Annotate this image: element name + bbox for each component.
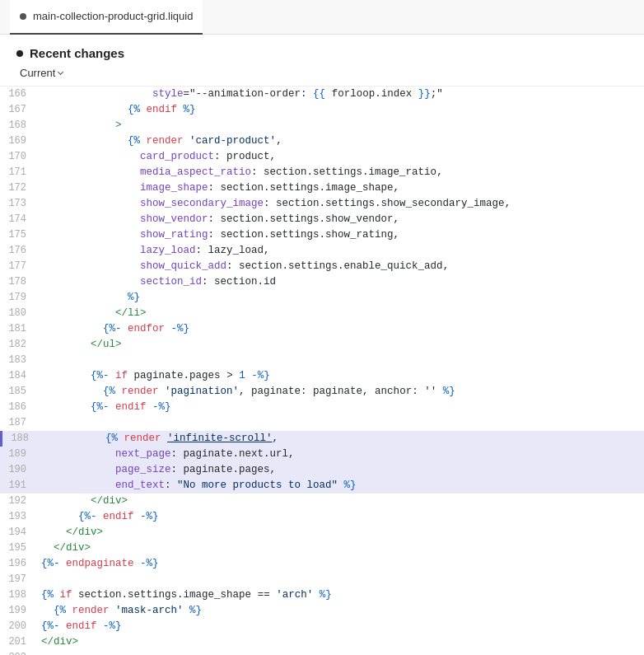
bullet-icon [16,50,23,57]
code-line: 201 </div> [0,634,644,650]
recent-changes-title: Recent changes [16,46,628,60]
code-line: 198 {% if section.settings.image_shape =… [0,587,644,603]
code-line: 181 {%- endfor -%} [0,321,644,337]
code-line: 183 [0,353,644,368]
tab-bar: main-collection-product-grid.liquid [0,0,644,35]
code-line: 194 </div> [0,525,644,540]
code-line: 186 {%- endif -%} [0,400,644,415]
code-line: 171 media_aspect_ratio: section.settings… [0,165,644,180]
code-editor: 166 style="--animation-order: {{ forloop… [0,87,644,655]
code-line: 202 [0,650,644,655]
code-line-highlighted: 191 end_text: "No more products to load"… [0,478,644,494]
code-line: 177 show_quick_add: section.settings.ena… [0,259,644,274]
code-line-highlighted: 190 page_size: paginate.pages, [0,462,644,478]
code-line: 180 </li> [0,306,644,321]
recent-changes-header: Recent changes Current [0,35,644,87]
current-label: Current [20,67,55,79]
code-line: 193 {%- endif -%} [0,509,644,525]
code-line: 196 {%- endpaginate -%} [0,556,644,572]
recent-changes-label: Recent changes [30,46,124,60]
chevron-down-icon [58,69,63,75]
code-line: 174 show_vendor: section.settings.show_v… [0,212,644,227]
code-line: 173 show_secondary_image: section.settin… [0,196,644,212]
code-line: 200 {%- endif -%} [0,619,644,634]
code-line: 197 [0,572,644,587]
code-line-highlighted: 188 {% render 'infinite-scroll', [0,431,644,447]
code-line: 187 [0,415,644,431]
code-line: 176 lazy_load: lazy_load, [0,243,644,259]
tab-file[interactable]: main-collection-product-grid.liquid [10,0,203,35]
code-line: 178 section_id: section.id [0,274,644,290]
code-line: 199 {% render 'mask-arch' %} [0,603,644,619]
code-line: 185 {% render 'pagination', paginate: pa… [0,384,644,400]
code-line: 195 </div> [0,540,644,556]
code-line: 184 {%- if paginate.pages > 1 -%} [0,368,644,384]
code-line: 175 show_rating: section.settings.show_r… [0,227,644,243]
code-line-highlighted: 189 next_page: paginate.next.url, [0,447,644,462]
current-dropdown[interactable]: Current [16,65,66,81]
code-line: 168 > [0,118,644,133]
code-line: 192 </div> [0,494,644,509]
code-line: 169 {% render 'card-product', [0,133,644,149]
tab-filename: main-collection-product-grid.liquid [33,10,193,22]
code-line: 170 card_product: product, [0,149,644,165]
modified-dot [20,13,26,20]
code-line: 166 style="--animation-order: {{ forloop… [0,87,644,102]
code-line: 172 image_shape: section.settings.image_… [0,180,644,196]
code-line: 182 </ul> [0,337,644,353]
code-line: 179 %} [0,290,644,306]
code-line: 167 {% endif %} [0,102,644,118]
